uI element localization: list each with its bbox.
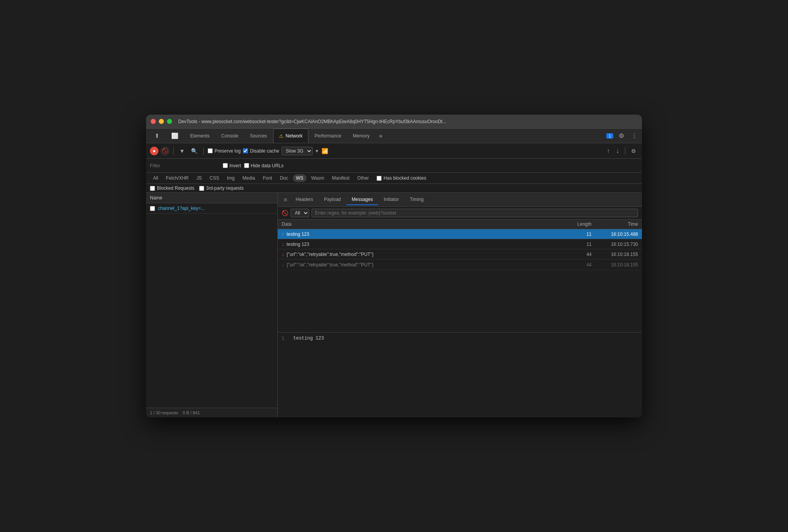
preserve-log-checkbox[interactable]: Preserve log (208, 148, 241, 154)
has-blocked-cookies-input[interactable] (377, 176, 382, 181)
preview-line: 1 testing 123 (282, 336, 638, 341)
left-panel: Name channel_1?api_key=... 1 / 30 reques… (146, 193, 278, 417)
table-row[interactable]: ↓ {"url":"ok","retryable":true,"method":… (278, 249, 642, 259)
tab-performance-label: Performance (315, 133, 341, 139)
network-toolbar: ● 🚫 ▼ 🔍 Preserve log Disable cache Slow … (146, 143, 642, 159)
maximize-button[interactable] (167, 119, 172, 124)
type-btn-font[interactable]: Font (260, 174, 275, 182)
line-content: testing 123 (293, 336, 324, 341)
arrow-down-icon: ↓ (282, 262, 284, 268)
msg-length: 11 (561, 232, 592, 237)
tab-memory[interactable]: Memory (348, 129, 375, 143)
preserve-log-input[interactable] (208, 148, 213, 153)
disable-cache-checkbox[interactable]: Disable cache (243, 148, 279, 154)
devtools-window: DevTools - www.piesocket.com/websocket-t… (146, 115, 642, 417)
search-icon[interactable]: 🔍 (189, 147, 200, 155)
stop-button[interactable]: 🚫 (161, 147, 169, 155)
type-btn-wasm[interactable]: Wasm (308, 174, 327, 182)
table-header: Data Length Time (278, 220, 642, 229)
close-detail-button[interactable]: ✕ (281, 196, 290, 204)
block-icon: 🚫 (282, 210, 288, 216)
type-btn-ws[interactable]: WS (293, 174, 306, 182)
col-header-data: Data (282, 221, 561, 227)
message-filter-dropdown[interactable]: All (291, 209, 309, 217)
tab-cursor-inspector[interactable]: ⬆ (149, 129, 165, 143)
filter-icon[interactable]: ▼ (177, 147, 187, 155)
tab-bar: ⬆ ⬜ Elements Console Sources ⚠ Network P… (146, 129, 642, 143)
tab-sources-label: Sources (250, 133, 267, 139)
hide-data-urls-checkbox[interactable]: Hide data URLs (244, 163, 284, 168)
msg-time: 16:10:15.488 (592, 232, 638, 237)
type-btn-all[interactable]: All (150, 174, 161, 182)
type-btn-js[interactable]: JS (193, 174, 205, 182)
table-row[interactable]: channel_1?api_key=... (146, 203, 277, 214)
settings-icon[interactable]: ⚙ (617, 131, 626, 140)
has-blocked-cookies-checkbox[interactable]: Has blocked cookies (377, 175, 426, 181)
right-panel: ✕ Headers Payload Messages Initiator Tim… (278, 193, 642, 417)
tab-sources[interactable]: Sources (244, 129, 272, 143)
tab-initiator[interactable]: Initiator (378, 194, 404, 205)
msg-time: 16:10:18.155 (592, 252, 638, 257)
tab-payload[interactable]: Payload (318, 194, 346, 205)
minimize-button[interactable] (159, 119, 164, 124)
msg-time: 16:10:15.730 (592, 242, 638, 247)
msg-length-partial: 44 (587, 262, 592, 268)
col-header-time: Time (592, 221, 638, 227)
invert-checkbox[interactable]: Invert (223, 163, 241, 168)
footer-size: 0 B / 841 (183, 410, 200, 415)
throttle-select[interactable]: Slow 3G (282, 147, 313, 155)
tab-network[interactable]: ⚠ Network (273, 129, 308, 143)
type-btn-doc[interactable]: Doc (277, 174, 291, 182)
throttle-dropdown-arrow: ▼ (315, 149, 319, 153)
close-button[interactable] (151, 119, 156, 124)
upload-icon[interactable]: ↑ (605, 146, 612, 156)
tab-memory-label: Memory (353, 133, 370, 139)
type-btn-css[interactable]: CSS (206, 174, 222, 182)
request-row-checkbox[interactable] (150, 206, 155, 211)
type-btn-img[interactable]: Img (224, 174, 238, 182)
message-filter-input[interactable] (311, 209, 638, 217)
arrow-down-icon: ↓ (282, 251, 284, 257)
disable-cache-input[interactable] (243, 148, 248, 153)
wifi-settings-icon[interactable]: 📶 (322, 148, 328, 154)
table-row[interactable]: ↓ testing 123 11 16:10:15.730 (278, 239, 642, 249)
tab-more[interactable]: » (376, 129, 385, 143)
tab-timing[interactable]: Timing (404, 194, 429, 205)
request-name: channel_1?api_key=... (158, 206, 205, 211)
tab-messages[interactable]: Messages (346, 194, 379, 205)
type-btn-other[interactable]: Other (354, 174, 372, 182)
type-btn-media[interactable]: Media (239, 174, 258, 182)
table-row[interactable]: ↑ testing 123 11 16:10:15.488 (278, 229, 642, 239)
tab-headers[interactable]: Headers (290, 194, 318, 205)
arrow-down-icon: ↓ (282, 241, 284, 247)
invert-input[interactable] (223, 163, 228, 168)
download-icon[interactable]: ↓ (614, 146, 621, 156)
blocked-requests-input[interactable] (150, 186, 155, 191)
hide-data-urls-input[interactable] (244, 163, 249, 168)
filter-input[interactable] (150, 163, 220, 168)
record-button[interactable]: ● (150, 147, 158, 155)
messages-filter-bar: 🚫 All (278, 207, 642, 220)
requests-header: Name (146, 193, 277, 203)
blocked-requests-checkbox[interactable]: Blocked Requests (150, 185, 194, 191)
type-btn-fetch-xhr[interactable]: Fetch/XHR (163, 174, 192, 182)
tab-performance[interactable]: Performance (309, 129, 347, 143)
preview-panel: 1 testing 123 (278, 332, 642, 417)
type-btn-manifest[interactable]: Manifest (329, 174, 353, 182)
network-settings-icon[interactable]: ⚙ (629, 147, 638, 155)
title-bar: DevTools - www.piesocket.com/websocket-t… (146, 115, 642, 129)
msg-data: testing 123 (287, 242, 561, 247)
blocked-bar: Blocked Requests 3rd-party requests (146, 184, 642, 193)
tab-console[interactable]: Console (216, 129, 244, 143)
third-party-input[interactable] (199, 186, 204, 191)
third-party-checkbox[interactable]: 3rd-party requests (199, 185, 244, 191)
tab-device-toolbar[interactable]: ⬜ (166, 129, 184, 143)
tab-console-label: Console (221, 133, 238, 139)
tab-elements[interactable]: Elements (185, 129, 215, 143)
table-row-partial[interactable]: ↓ {"url":"ok","retryable":true,"method":… (278, 259, 642, 270)
msg-data-partial: {"url":"ok","retryable":true,"method":"P… (287, 262, 374, 268)
tab-right-controls: 1 ⚙ ⋮ (606, 129, 639, 143)
more-options-icon[interactable]: ⋮ (630, 131, 639, 140)
warning-icon: ⚠ (279, 133, 284, 139)
line-number: 1 (282, 336, 289, 341)
